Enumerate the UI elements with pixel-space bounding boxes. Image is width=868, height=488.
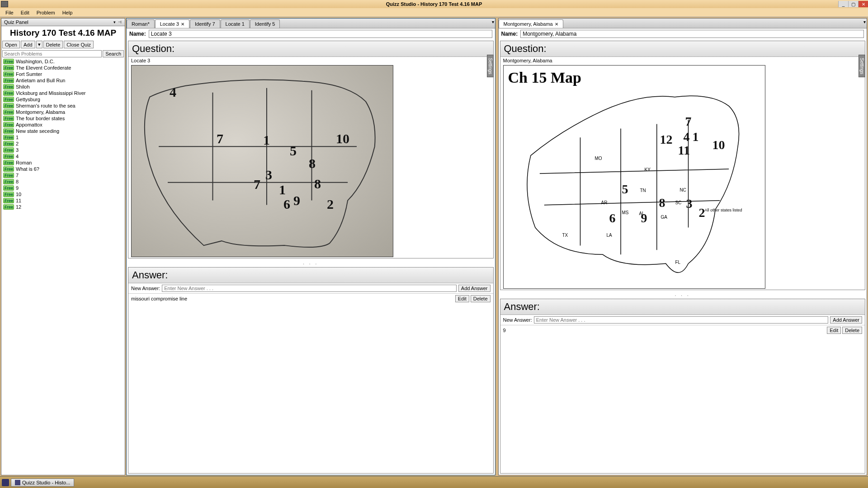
problem-item[interactable]: FreeWhat is 6? [1,166,125,172]
problem-label: 4 [16,154,19,159]
quiz-panel: Quiz Panel ▾ ⊣ History 170 Test 4.16 MAP… [1,18,125,475]
state-label: AL [639,211,645,216]
resizer[interactable]: . . . [499,291,867,297]
problem-item[interactable]: Free10 [1,191,125,197]
editor-tab[interactable]: Locate 3✕ [155,19,189,28]
map-number: 7 [217,131,223,146]
problem-item[interactable]: FreeNew state seceding [1,128,125,134]
problem-item[interactable]: Free7 [1,172,125,178]
add-answer-button[interactable]: Add Answer [458,285,491,292]
close-quiz-button[interactable]: Close Quiz [64,41,94,48]
menu-help[interactable]: Help [59,10,76,15]
free-tag: Free [3,135,14,140]
problem-item[interactable]: FreeAppomattox [1,122,125,128]
add-answer-button[interactable]: Add Answer [830,316,862,324]
problem-item[interactable]: FreeFort Sumter [1,71,125,77]
state-label: MO [595,156,602,161]
problem-label: Shiloh [16,84,30,89]
free-tag: Free [3,116,14,121]
problem-item[interactable]: FreeThe four border states [1,115,125,122]
map-number: 5 [290,143,297,159]
editor-tab[interactable]: Identify 5 [250,19,280,28]
problem-item[interactable]: Free11 [1,197,125,204]
add-button[interactable]: Add [21,41,35,48]
open-button[interactable]: Open [2,41,20,48]
name-input[interactable] [149,30,492,38]
problem-label: What is 6? [16,166,39,172]
answer-text: missouri compromise line [131,296,454,301]
free-tag: Free [3,147,14,153]
problem-item[interactable]: FreeGettysburg [1,96,125,103]
search-button[interactable]: Search [103,50,124,57]
answer-section: Answer: New Answer: Add Answer missouri … [128,267,494,474]
edit-answer-button[interactable]: Edit [827,327,841,334]
problem-item[interactable]: Free2 [1,141,125,147]
problem-item[interactable]: FreeAntietam and Bull Run [1,77,125,84]
question-section: Question: Settings Montgomery, Alabama C… [500,41,866,290]
quiz-panel-header: Quiz Panel ▾ ⊣ [1,19,125,26]
delete-answer-button[interactable]: Delete [842,327,862,334]
problem-item[interactable]: Free3 [1,147,125,153]
editor-tab[interactable]: Montgomery, Alabama✕ [499,19,563,28]
map-note: All other states listed [705,208,742,212]
state-label: FL [675,260,681,265]
editor-tab[interactable]: Roman* [127,19,155,28]
state-label: NC [680,188,686,192]
problem-item[interactable]: Free1 [1,134,125,141]
problem-item[interactable]: FreeRoman [1,160,125,166]
free-tag: Free [3,84,14,89]
problem-item[interactable]: FreeShiloh [1,84,125,90]
delete-button[interactable]: Delete [43,41,63,48]
name-input[interactable] [520,30,864,38]
map-number: 10 [712,138,725,152]
problem-item[interactable]: FreeVicksburg and Mississippi River [1,90,125,96]
problem-label: Montgomery, Alabama [16,109,65,115]
edit-answer-button[interactable]: Edit [455,295,469,302]
free-tag: Free [3,65,14,70]
problem-item[interactable]: Free4 [1,153,125,160]
problem-label: New state seceding [16,128,59,134]
close-icon[interactable]: ✕ [181,22,184,27]
add-dropdown-button[interactable]: ▾ [36,41,42,48]
panel-pin-icon[interactable]: ⊣ [118,20,122,24]
menu-problem[interactable]: Problem [33,10,59,15]
editor-tab[interactable]: Locate 1 [221,19,250,28]
map-number: 3 [686,197,693,211]
problem-item[interactable]: Free9 [1,185,125,191]
settings-tab[interactable]: Settings [859,55,865,77]
free-tag: Free [3,198,14,203]
problem-label: 7 [16,173,19,178]
settings-tab[interactable]: Settings [487,55,494,77]
problem-item[interactable]: FreeWashington, D.C. [1,58,125,65]
delete-answer-button[interactable]: Delete [471,295,491,302]
close-icon[interactable]: ✕ [555,22,558,27]
editor-tab[interactable]: Identify 7 [190,19,220,28]
new-answer-input[interactable] [162,285,457,292]
problem-item[interactable]: Free8 [1,178,125,185]
problem-item[interactable]: Free12 [1,204,125,210]
tabs-overflow-icon[interactable]: ▾ [863,19,866,24]
window-title: Quizz Studio - History 170 Test 4.16 MAP [386,1,482,7]
start-button[interactable] [2,479,9,486]
minimize-button[interactable]: _ [838,1,848,7]
app-icon [1,1,8,7]
question-subtitle: Locate 3 [128,57,493,64]
tab-label: Roman* [132,21,150,27]
maximize-button[interactable]: ▢ [848,1,858,7]
problem-item[interactable]: FreeMontgomery, Alabama [1,109,125,115]
new-answer-input[interactable] [534,316,829,324]
close-button[interactable]: ✕ [858,1,868,7]
map-number: 5 [622,182,628,197]
taskbar-app[interactable]: Quizz Studio - Histo... [11,479,74,487]
problem-item[interactable]: FreeSherman's route to the sea [1,103,125,109]
resizer[interactable]: . . . [127,260,495,266]
search-input[interactable] [2,50,102,57]
menu-file[interactable]: File [2,10,17,15]
problem-label: 3 [16,147,19,153]
problem-item[interactable]: FreeThe Elevent Confederate [1,65,125,71]
panel-dropdown-icon[interactable]: ▾ [112,20,117,24]
map-number: 8 [659,196,665,210]
menu-edit[interactable]: Edit [17,10,33,15]
tabs-overflow-icon[interactable]: ▾ [492,19,494,24]
state-label: MS [622,210,629,215]
